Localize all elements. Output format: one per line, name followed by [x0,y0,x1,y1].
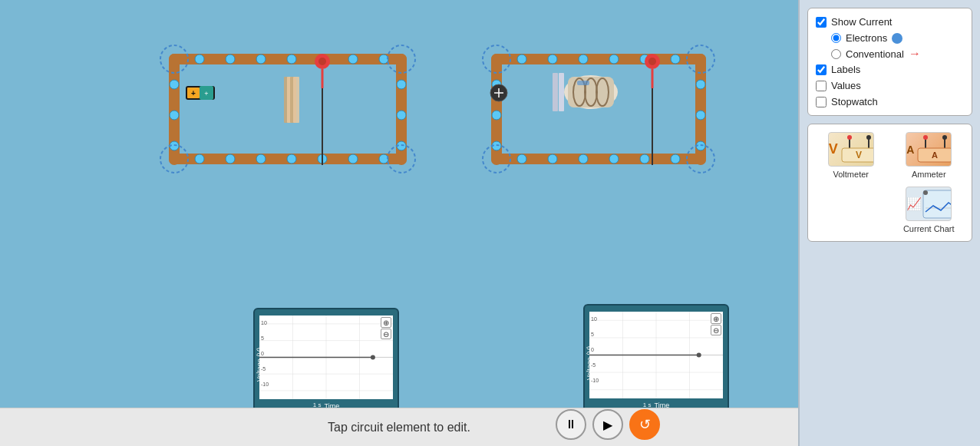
svg-text:-10: -10 [591,378,599,383]
pin-left[interactable] [315,54,330,88]
zoom-out-right[interactable]: ⊖ [711,325,721,335]
zoom-controls-left[interactable]: ⊕ ⊖ [381,317,391,339]
motor-right[interactable] [553,73,618,111]
svg-point-51 [579,154,588,164]
refresh-button[interactable]: ↺ [629,409,660,440]
svg-point-6 [170,80,179,89]
svg-text:10: 10 [591,316,597,322]
svg-point-82 [371,355,375,359]
svg-text:-5: -5 [591,362,596,368]
electrons-radio[interactable] [831,33,841,43]
svg-point-52 [609,154,619,164]
current-chart-svg [922,189,951,220]
tools-box: V Voltmeter A Ammeter [807,124,972,242]
svg-point-9 [397,80,406,89]
right-panel: Show Current Electrons Conventional → La… [798,0,980,446]
stopwatch-label: Stopwatch [831,96,878,107]
svg-point-42 [671,55,680,64]
conventional-arrow-icon: → [909,47,921,61]
voltmeter-label: Voltmeter [833,170,869,179]
svg-point-47 [696,111,705,120]
svg-point-4 [348,55,358,64]
svg-rect-59 [553,73,558,111]
ammeter-icon: A [906,132,952,167]
svg-point-12 [195,154,204,164]
controls-box: Show Current Electrons Conventional → La… [807,8,972,116]
circuit-right-svg [445,38,752,207]
zoom-in-right[interactable]: ⊕ [711,313,721,324]
show-current-checkbox[interactable] [816,17,827,28]
conventional-row: Conventional → [831,47,964,61]
svg-text:0: 0 [261,351,264,356]
voltmeter-icon: V [828,132,874,167]
step-button[interactable]: ▶ [592,409,623,440]
show-current-label: Show Current [831,16,892,28]
electrons-label: Electrons [846,32,887,44]
svg-point-13 [226,154,235,164]
svg-point-54 [671,154,680,164]
svg-point-37 [517,55,526,64]
svg-point-7 [170,111,179,120]
ammeter-tool[interactable]: A Ammeter [894,132,965,179]
zoom-out-left[interactable]: ⊖ [381,329,391,339]
voltmeter-tool[interactable]: V Voltmeter [816,132,886,179]
pin-right[interactable] [645,54,660,88]
svg-text:0: 0 [591,347,594,352]
svg-point-46 [696,80,705,89]
volt-chart-svg-left: 10 5 0 -5 -10 [259,316,393,399]
svg-rect-29 [293,77,299,123]
svg-point-50 [548,154,557,164]
svg-point-39 [579,55,588,64]
electron-dot-icon [892,33,902,44]
svg-point-32 [318,58,326,65]
svg-point-15 [287,154,296,164]
svg-text:V: V [856,150,862,160]
svg-point-44 [492,111,501,120]
svg-text:-10: -10 [261,382,269,387]
svg-point-53 [640,154,649,164]
capacitor-left[interactable] [284,77,299,123]
zoom-in-left[interactable]: ⊕ [381,317,391,328]
svg-text:A: A [932,150,938,160]
svg-point-117 [923,190,928,195]
values-row: Values [816,80,964,91]
volt-chart-right: 10 5 0 -5 -10 ⊕ ⊖ [589,312,723,398]
svg-point-2 [287,55,296,64]
stopwatch-row: Stopwatch [816,96,964,107]
svg-rect-60 [559,73,564,111]
ammeter-label: Ammeter [912,170,946,179]
svg-point-68 [648,58,656,65]
status-text: Tap circuit element to edit. [328,421,470,434]
svg-point-113 [923,135,928,140]
svg-text:5: 5 [261,335,264,341]
svg-point-38 [548,55,557,64]
circuit-left-svg: + + [123,38,430,207]
svg-text:5: 5 [591,332,594,337]
svg-point-97 [697,353,701,358]
current-chart-tool[interactable]: Current Chart [894,187,965,233]
svg-point-108 [866,135,871,140]
current-chart-icon [906,187,952,221]
ammeter-svg: A [914,134,951,165]
labels-label: Labels [831,64,860,75]
svg-point-14 [256,154,266,164]
svg-text:-5: -5 [261,366,266,372]
svg-point-10 [397,111,406,120]
volt-chart-svg-right: 10 5 0 -5 -10 [589,312,723,398]
current-type-group: Electrons Conventional → [831,32,964,61]
pause-button[interactable]: ⏸ [556,409,586,440]
svg-text:10: 10 [261,320,267,325]
values-checkbox[interactable] [816,81,827,91]
labels-row: Labels [816,64,964,75]
conventional-radio[interactable] [831,49,841,59]
battery-right[interactable] [490,84,507,101]
zoom-controls-right[interactable]: ⊕ ⊖ [711,313,721,335]
status-bar: Tap circuit element to edit. [0,408,798,446]
svg-point-107 [847,135,852,140]
svg-point-49 [517,154,526,164]
electrons-row: Electrons [831,32,964,44]
stopwatch-checkbox[interactable] [816,97,827,107]
labels-checkbox[interactable] [816,64,827,75]
conventional-label: Conventional [846,48,904,60]
svg-point-17 [348,154,358,164]
